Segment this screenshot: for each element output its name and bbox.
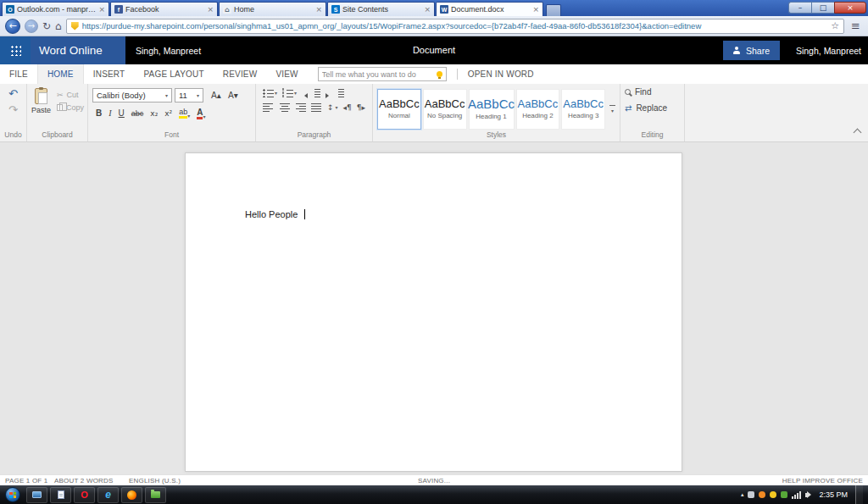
font-size-dropdown[interactable]: 11 ▾ (175, 88, 203, 102)
show-hidden-icons-button[interactable]: ▴ (741, 491, 744, 498)
text-direction-ltr-button[interactable]: ◂¶ (341, 103, 354, 112)
network-icon[interactable] (792, 491, 801, 499)
new-tab-button[interactable] (546, 4, 561, 16)
font-family-dropdown[interactable]: Calibri (Body) ▾ (92, 88, 172, 102)
collapse-ribbon-button[interactable] (854, 129, 862, 137)
redo-button[interactable]: ↷ (8, 104, 18, 115)
cut-button[interactable]: ✂ Cut (57, 91, 84, 99)
tab-view[interactable]: VIEW (266, 64, 307, 84)
windows-taskbar: O e ▴ 2:35 PM (0, 485, 868, 504)
word-count-status[interactable]: ABOUT 2 WORDS (54, 477, 114, 485)
favorites-star-icon[interactable]: ☆ (831, 20, 839, 31)
tab-page-layout[interactable]: PAGE LAYOUT (134, 64, 213, 84)
justify-button[interactable] (309, 102, 325, 112)
tab-label: Site Contents (342, 5, 421, 14)
tell-me-box[interactable] (318, 67, 447, 81)
align-right-button[interactable] (292, 102, 309, 112)
increase-indent-button[interactable] (323, 88, 347, 97)
tab-home[interactable]: HOME (37, 64, 84, 84)
account-name[interactable]: Singh, Manpreet (796, 36, 861, 64)
line-spacing-button[interactable]: ↕ ▾ (325, 103, 341, 112)
taskbar-monitor-app[interactable] (26, 487, 47, 503)
status-bar: PAGE 1 OF 1 ABOUT 2 WORDS ENGLISH (U.S.)… (0, 474, 868, 485)
superscript-button[interactable]: x² (161, 109, 175, 119)
close-button[interactable]: × (834, 2, 866, 14)
tab-close-icon[interactable]: × (207, 5, 214, 14)
tab-close-icon[interactable]: × (532, 5, 539, 14)
home-button[interactable]: ⌂ (55, 20, 62, 32)
tray-status-icon[interactable] (781, 491, 787, 498)
browser-menu-icon[interactable]: ≡ (849, 19, 863, 32)
style-heading-1[interactable]: AaBbCc Heading 1 (469, 89, 515, 130)
taskbar-folder-app[interactable] (145, 487, 166, 503)
refresh-button[interactable]: ↻ (42, 20, 51, 32)
maximize-button[interactable]: □ (811, 2, 834, 14)
tab-close-icon[interactable]: × (424, 5, 431, 14)
show-desktop-button[interactable] (855, 485, 863, 504)
tray-status-icon[interactable] (770, 491, 776, 498)
lightbulb-icon (437, 71, 442, 77)
align-left-button[interactable] (260, 102, 276, 112)
subscript-button[interactable]: x₂ (147, 109, 161, 119)
italic-button[interactable]: I (105, 108, 114, 119)
tab-review[interactable]: REVIEW (214, 64, 267, 84)
browser-tab-facebook[interactable]: f Facebook × (110, 2, 218, 16)
shrink-font-button[interactable]: A▾ (225, 91, 242, 101)
word-online-brand[interactable]: Word Online (31, 36, 125, 64)
document-page[interactable]: Hello People (185, 152, 682, 472)
style-no-spacing[interactable]: AaBbCc No Spacing (423, 89, 467, 130)
taskbar-ie-app[interactable]: e (97, 487, 119, 503)
share-button[interactable]: Share (723, 41, 780, 60)
highlight-button[interactable]: ab ▾ (175, 108, 193, 119)
language-status[interactable]: ENGLISH (U.S.) (129, 477, 181, 485)
underline-button[interactable]: U (115, 108, 128, 119)
numbered-list-button[interactable]: ▾ (280, 88, 299, 97)
app-launcher-button[interactable] (0, 36, 31, 64)
browser-tab-site-contents[interactable]: S Site Contents × (327, 2, 435, 16)
minimize-button[interactable]: – (788, 2, 811, 14)
taskbar-firefox-app[interactable] (121, 487, 142, 503)
help-improve-office-link[interactable]: HELP IMPROVE OFFICE (782, 477, 863, 485)
tab-file[interactable]: FILE (0, 64, 37, 84)
document-text[interactable]: Hello People (245, 209, 298, 219)
chevron-down-icon: ▾ (294, 90, 297, 96)
tab-close-icon[interactable]: × (98, 5, 105, 14)
font-color-button[interactable]: A ▾ (193, 108, 209, 119)
style-heading-3[interactable]: AaBbCc Heading 3 (561, 89, 605, 130)
taskbar-opera-app[interactable]: O (74, 487, 95, 503)
strikethrough-button[interactable]: abc (128, 109, 147, 119)
tray-status-icon[interactable] (759, 491, 765, 498)
page-count-status[interactable]: PAGE 1 OF 1 (5, 477, 48, 485)
browser-tab-outlook[interactable]: O Outlook.com - manpreetlett × (2, 2, 109, 16)
outlook-favicon: O (6, 5, 14, 14)
grow-font-button[interactable]: A▴ (208, 91, 225, 101)
copy-button[interactable]: Copy (57, 103, 84, 112)
tab-close-icon[interactable]: × (315, 5, 322, 14)
paste-button[interactable]: Paste (31, 88, 51, 130)
tell-me-input[interactable] (322, 70, 434, 79)
start-button[interactable] (5, 487, 20, 502)
volume-icon[interactable] (805, 493, 808, 497)
undo-button[interactable]: ↶ (8, 88, 18, 99)
tray-status-icon[interactable] (748, 491, 754, 498)
align-center-button[interactable] (276, 102, 292, 112)
styles-gallery-button[interactable]: ▾ (609, 105, 615, 114)
decrease-indent-button[interactable] (299, 88, 323, 97)
taskbar-clock[interactable]: 2:35 PM (815, 490, 851, 499)
text-direction-rtl-button[interactable]: ¶▸ (354, 103, 368, 112)
browser-tab-home[interactable]: ⌂ Home × (219, 2, 326, 16)
bold-button[interactable]: B (92, 108, 105, 119)
style-normal[interactable]: AaBbCc Normal (377, 89, 421, 130)
browser-tab-document[interactable]: W Document.docx × (436, 2, 543, 16)
replace-button[interactable]: ⇄ Replace (625, 103, 680, 113)
tab-insert[interactable]: INSERT (84, 64, 135, 84)
bullet-list-button[interactable]: ▾ (260, 88, 280, 97)
style-heading-2[interactable]: AaBbCc Heading 2 (516, 89, 560, 130)
back-button[interactable]: ← (5, 19, 20, 34)
find-button[interactable]: Find (625, 87, 680, 97)
office-suite-bar: Document Word Online Singh, Manpreet Sha… (0, 36, 868, 64)
forward-button[interactable]: → (25, 19, 38, 33)
url-field[interactable]: https://purdue-my.sharepoint.com/persona… (66, 19, 844, 34)
taskbar-document-app[interactable] (50, 487, 71, 503)
open-in-word-button[interactable]: OPEN IN WORD (468, 69, 534, 79)
